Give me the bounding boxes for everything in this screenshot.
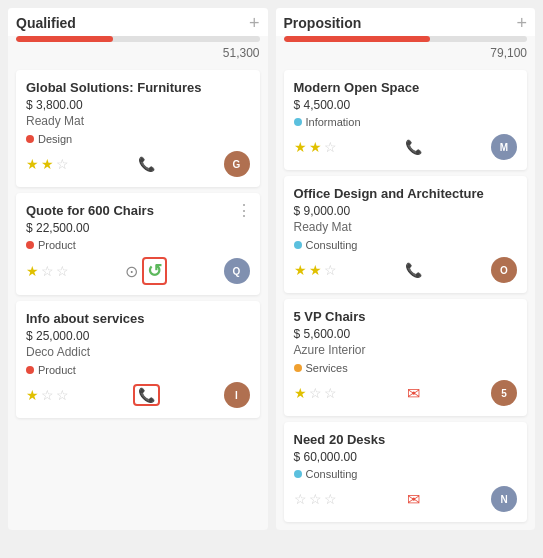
card-card-1[interactable]: Global Solutions: Furnitures$ 3,800.00Re… [16, 70, 260, 187]
refresh-icon[interactable]: ↺ [142, 257, 167, 285]
card-footer: ☆☆☆✉N [294, 486, 518, 512]
phone-icon[interactable]: 📞 [133, 384, 160, 406]
star-2[interactable]: ☆ [41, 263, 54, 279]
card-amount: $ 5,600.00 [294, 327, 518, 341]
star-3[interactable]: ☆ [56, 387, 69, 403]
star-2[interactable]: ★ [309, 262, 322, 278]
card-card-3[interactable]: Info about services$ 25,000.00Deco Addic… [16, 301, 260, 418]
card-stars: ★★☆ [294, 262, 337, 278]
cards-container-qualified: Global Solutions: Furnitures$ 3,800.00Re… [8, 66, 268, 426]
card-stars: ★☆☆ [294, 385, 337, 401]
card-avatar: M [491, 134, 517, 160]
card-card-5[interactable]: Office Design and Architecture$ 9,000.00… [284, 176, 528, 293]
card-amount: $ 3,800.00 [26, 98, 250, 112]
star-3[interactable]: ☆ [324, 139, 337, 155]
star-2[interactable]: ☆ [309, 491, 322, 507]
card-amount: $ 9,000.00 [294, 204, 518, 218]
cards-container-proposition: Modern Open Space$ 4,500.00Information★★… [276, 66, 536, 530]
star-2[interactable]: ☆ [41, 387, 54, 403]
email-icon[interactable]: ✉ [407, 490, 420, 509]
card-footer: ★★☆📞G [26, 151, 250, 177]
card-actions: 📞 [133, 384, 160, 406]
card-actions: 📞 [405, 262, 422, 278]
column-amount-qualified: 51,300 [8, 46, 268, 66]
star-3[interactable]: ☆ [56, 263, 69, 279]
card-avatar: N [491, 486, 517, 512]
email-icon[interactable]: ✉ [407, 384, 420, 403]
phone-icon[interactable]: 📞 [405, 139, 422, 155]
card-tag: Design [26, 133, 72, 145]
card-avatar: G [224, 151, 250, 177]
column-header-proposition: Proposition+ [276, 8, 536, 36]
card-footer: ★★☆📞O [294, 257, 518, 283]
card-actions: 📞 [405, 139, 422, 155]
kanban-board: Qualified+51,300Global Solutions: Furnit… [0, 0, 543, 538]
star-3[interactable]: ☆ [324, 491, 337, 507]
tag-label: Design [38, 133, 72, 145]
card-company: Deco Addict [26, 345, 250, 359]
card-avatar: Q [224, 258, 250, 284]
progress-bar-qualified [16, 36, 113, 42]
card-tag: Information [294, 116, 361, 128]
card-avatar: O [491, 257, 517, 283]
star-1[interactable]: ★ [26, 156, 39, 172]
star-1[interactable]: ★ [26, 263, 39, 279]
card-actions: ✉ [407, 490, 420, 509]
card-title: Info about services [26, 311, 250, 326]
column-title-proposition: Proposition [284, 15, 362, 31]
star-1[interactable]: ★ [294, 385, 307, 401]
card-tag: Product [26, 239, 76, 251]
phone-icon[interactable]: 📞 [405, 262, 422, 278]
star-3[interactable]: ☆ [324, 385, 337, 401]
phone-icon[interactable]: 📞 [138, 156, 155, 172]
card-card-4[interactable]: Modern Open Space$ 4,500.00Information★★… [284, 70, 528, 170]
column-amount-proposition: 79,100 [276, 46, 536, 66]
clock-icon[interactable]: ⊙ [125, 262, 138, 281]
card-amount: $ 4,500.00 [294, 98, 518, 112]
card-tag: Product [26, 364, 76, 376]
card-card-7[interactable]: Need 20 Desks$ 60,000.00Consulting☆☆☆✉N [284, 422, 528, 522]
card-amount: $ 22,500.00 [26, 221, 250, 235]
tag-label: Product [38, 364, 76, 376]
star-3[interactable]: ☆ [324, 262, 337, 278]
card-avatar: 5 [491, 380, 517, 406]
card-actions: ✉ [407, 384, 420, 403]
star-2[interactable]: ★ [41, 156, 54, 172]
card-stars: ☆☆☆ [294, 491, 337, 507]
tag-label: Consulting [306, 239, 358, 251]
column-add-qualified[interactable]: + [249, 14, 260, 32]
tag-label: Information [306, 116, 361, 128]
card-title: Global Solutions: Furnitures [26, 80, 250, 95]
star-1[interactable]: ★ [26, 387, 39, 403]
tag-label: Services [306, 362, 348, 374]
star-1[interactable]: ★ [294, 262, 307, 278]
card-footer: ★☆☆✉5 [294, 380, 518, 406]
star-1[interactable]: ☆ [294, 491, 307, 507]
star-1[interactable]: ★ [294, 139, 307, 155]
card-actions: 📞 [138, 156, 155, 172]
column-header-qualified: Qualified+ [8, 8, 268, 36]
column-title-qualified: Qualified [16, 15, 76, 31]
card-menu-icon[interactable]: ⋮ [236, 201, 252, 220]
card-amount: $ 60,000.00 [294, 450, 518, 464]
tag-dot [294, 241, 302, 249]
card-title: 5 VP Chairs [294, 309, 518, 324]
card-card-2[interactable]: ⋮Quote for 600 Chairs$ 22,500.00Product★… [16, 193, 260, 295]
star-3[interactable]: ☆ [56, 156, 69, 172]
card-tag: Services [294, 362, 348, 374]
card-stars: ★★☆ [26, 156, 69, 172]
card-stars: ★★☆ [294, 139, 337, 155]
card-footer: ★☆☆⊙↺Q [26, 257, 250, 285]
progress-bar-container-proposition [284, 36, 528, 42]
card-title: Office Design and Architecture [294, 186, 518, 201]
card-company: Azure Interior [294, 343, 518, 357]
tag-dot [26, 135, 34, 143]
star-2[interactable]: ★ [309, 139, 322, 155]
progress-bar-proposition [284, 36, 430, 42]
card-card-6[interactable]: 5 VP Chairs$ 5,600.00Azure InteriorServi… [284, 299, 528, 416]
star-2[interactable]: ☆ [309, 385, 322, 401]
tag-label: Product [38, 239, 76, 251]
column-add-proposition[interactable]: + [516, 14, 527, 32]
tag-dot [294, 118, 302, 126]
card-company: Ready Mat [294, 220, 518, 234]
